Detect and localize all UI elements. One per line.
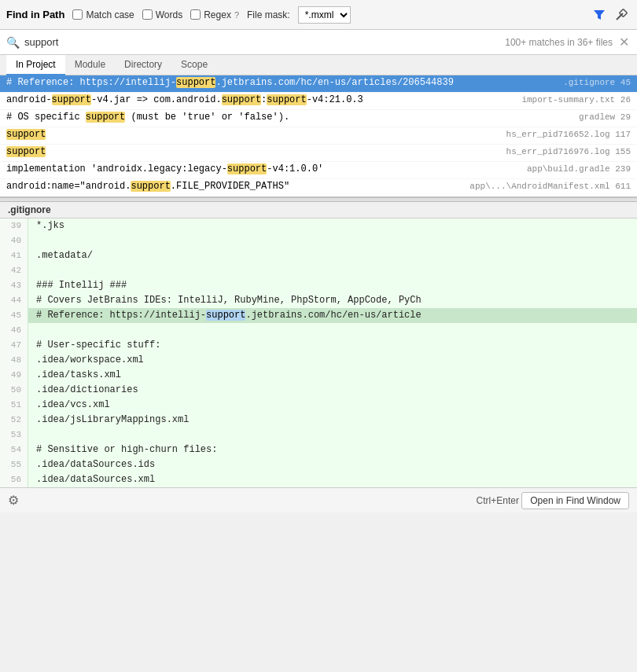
result-row[interactable]: support hs_err_pid716652.log 117	[0, 127, 637, 145]
code-line: 56 .idea/dataSources.xml	[0, 472, 637, 487]
keyboard-hint: Ctrl+Enter	[477, 495, 519, 506]
code-preview: 39 *.jks 40 41 .metadata/ 42 43 ### Inte…	[0, 218, 637, 487]
line-content: .idea/dataSources.ids	[28, 457, 155, 472]
code-line: 52 .idea/jsLibraryMappings.xml	[0, 413, 637, 428]
search-match-highlight: support	[222, 94, 261, 105]
code-line: 39 *.jks	[0, 218, 637, 233]
line-number: 55	[0, 457, 28, 472]
tab-in-project[interactable]: In Project	[6, 55, 65, 75]
code-line: 49 .idea/tasks.xml	[0, 368, 637, 383]
words-checkbox[interactable]	[142, 9, 153, 20]
result-row[interactable]: # OS specific support (must be 'true' or…	[0, 110, 637, 127]
tab-scope[interactable]: Scope	[171, 55, 217, 75]
match-case-checkbox[interactable]	[72, 9, 83, 20]
result-file: app\build.gradle 239	[527, 164, 631, 174]
regex-option[interactable]: Regex ?	[190, 9, 239, 20]
search-match-highlight: support	[131, 181, 170, 192]
filter-icon	[593, 9, 606, 21]
bottom-bar: ⚙ Ctrl+Enter Open in Find Window	[0, 487, 637, 512]
line-content: .idea/dataSources.xml	[28, 472, 155, 487]
result-file: hs_err_pid716976.log 155	[506, 147, 631, 156]
tab-module[interactable]: Module	[65, 55, 115, 75]
line-content: # Sensitive or high-churn files:	[28, 442, 217, 457]
line-content	[28, 428, 42, 442]
code-lines: 39 *.jks 40 41 .metadata/ 42 43 ### Inte…	[0, 218, 637, 487]
code-line: 55 .idea/dataSources.ids	[0, 457, 637, 472]
result-row[interactable]: # Reference: https://intellij-support.je…	[0, 75, 637, 93]
search-match-highlight: support	[6, 146, 46, 157]
search-match-highlight: support	[86, 112, 125, 123]
line-content: # Reference: https://intellij-support.je…	[28, 308, 422, 323]
result-row[interactable]: android:name="android.support.FILE_PROVI…	[0, 179, 637, 196]
line-number: 50	[0, 383, 28, 398]
search-icon: 🔍	[6, 36, 20, 49]
line-content: # User-specific stuff:	[28, 338, 160, 353]
line-number: 56	[0, 472, 28, 487]
line-number: 51	[0, 398, 28, 413]
line-content: .idea/jsLibraryMappings.xml	[28, 413, 189, 428]
results-list: # Reference: https://intellij-support.je…	[0, 75, 637, 197]
file-mask-select[interactable]: *.mxml *.xml *.java *.*	[298, 6, 351, 24]
match-case-option[interactable]: Match case	[72, 9, 134, 20]
result-text: android-support-v4.jar => com.android.su…	[6, 94, 515, 105]
result-row[interactable]: implementation 'androidx.legacy:legacy-s…	[0, 162, 637, 179]
result-row[interactable]: android-support-v4.jar => com.android.su…	[0, 93, 637, 110]
line-number: 39	[0, 218, 28, 233]
regex-label: Regex	[204, 9, 231, 20]
toolbar-title: Find in Path	[6, 9, 64, 20]
line-content: *.jks	[28, 218, 64, 233]
preview-file-header: .gitignore	[0, 202, 637, 218]
line-content: # Covers JetBrains IDEs: IntelliJ, RubyM…	[28, 293, 422, 308]
code-line: 48 .idea/workspace.xml	[0, 353, 637, 368]
open-find-window-button[interactable]: Open in Find Window	[521, 492, 629, 509]
match-case-label: Match case	[86, 9, 134, 20]
code-line: 43 ### Intellij ###	[0, 278, 637, 293]
line-number: 42	[0, 263, 28, 278]
result-file: gradlew 29	[579, 112, 631, 122]
result-text: # Reference: https://intellij-support.je…	[6, 77, 557, 88]
search-clear-button[interactable]: ✕	[617, 36, 631, 49]
regex-checkbox[interactable]	[190, 9, 201, 20]
search-count: 100+ matches in 36+ files	[505, 37, 613, 48]
result-file: hs_err_pid716652.log 117	[506, 130, 631, 139]
search-match-highlight: support	[227, 163, 267, 174]
pin-icon	[615, 9, 628, 21]
line-number: 41	[0, 248, 28, 263]
line-number: 47	[0, 338, 28, 353]
words-option[interactable]: Words	[142, 9, 182, 20]
words-label: Words	[156, 9, 182, 20]
code-line: 44 # Covers JetBrains IDEs: IntelliJ, Ru…	[0, 293, 637, 308]
line-content: .idea/workspace.xml	[28, 353, 144, 368]
line-content: .idea/dictionaries	[28, 383, 138, 398]
regex-help-icon: ?	[234, 10, 239, 20]
gear-icon[interactable]: ⚙	[8, 493, 19, 508]
code-line: 47 # User-specific stuff:	[0, 338, 637, 353]
result-file: app\...\AndroidManifest.xml 611	[469, 182, 631, 191]
result-file: import-summary.txt 26	[521, 95, 631, 105]
search-match-highlight: support	[206, 310, 245, 321]
filter-icon-btn[interactable]	[590, 7, 609, 23]
svg-marker-0	[594, 10, 605, 20]
search-bar: 🔍 100+ matches in 36+ files ✕	[0, 30, 637, 55]
line-content	[28, 263, 42, 278]
line-content: .idea/tasks.xml	[28, 368, 121, 383]
code-line: 42	[0, 263, 637, 278]
result-row[interactable]: support hs_err_pid716976.log 155	[0, 145, 637, 162]
search-input[interactable]	[24, 36, 500, 48]
toolbar-icons	[590, 7, 631, 23]
line-content	[28, 233, 42, 248]
result-text: # OS specific support (must be 'true' or…	[6, 112, 573, 123]
line-number: 48	[0, 353, 28, 368]
search-match-highlight: support	[176, 77, 215, 88]
search-match-highlight: support	[52, 94, 91, 105]
pin-icon-btn[interactable]	[612, 7, 631, 23]
line-number: 49	[0, 368, 28, 383]
code-line: 51 .idea/vcs.xml	[0, 398, 637, 413]
toolbar: Find in Path Match case Words Regex ? Fi…	[0, 0, 637, 30]
tab-directory[interactable]: Directory	[115, 55, 171, 75]
line-number: 40	[0, 233, 28, 248]
line-number: 44	[0, 293, 28, 308]
line-content	[28, 323, 42, 338]
search-match-highlight: support	[267, 94, 306, 105]
file-mask-label: File mask:	[247, 9, 290, 20]
